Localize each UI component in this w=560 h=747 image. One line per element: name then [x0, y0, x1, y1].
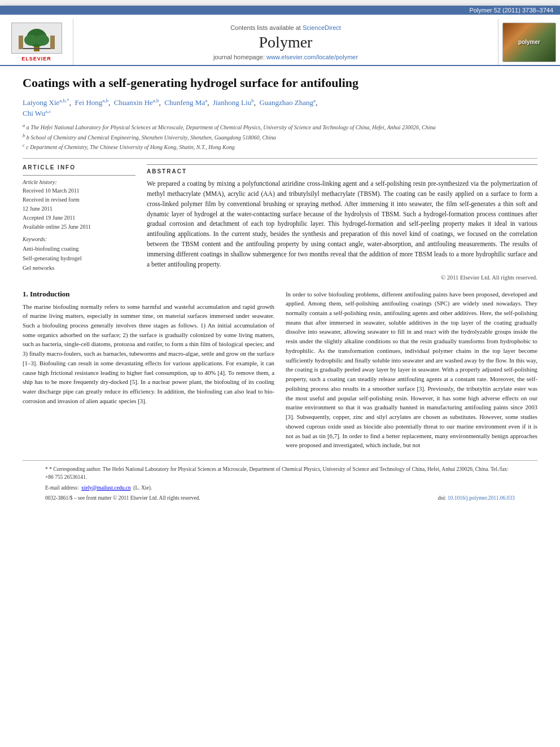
elsevier-brand-label: ELSEVIER — [21, 56, 51, 62]
contents-available-text: Contents lists available at — [230, 24, 303, 31]
author-he[interactable]: Chuanxin He — [114, 98, 153, 107]
homepage-prefix: journal homepage: — [213, 54, 266, 60]
author-hong[interactable]: Fei Hong — [75, 98, 103, 107]
email-link[interactable]: xiely@mailust.cedu.cn — [81, 485, 130, 491]
author-xie[interactable]: Laiyong Xie — [23, 98, 59, 107]
svg-rect-6 — [19, 36, 23, 49]
keyword-3: Gel networks — [23, 264, 135, 273]
footnote-email-line: E-mail address: xiely@mailust.cedu.cn (L… — [45, 484, 515, 492]
footer-bottom: 0032-3861/$ – see front matter © 2011 El… — [45, 495, 515, 501]
elsevier-tree-image — [11, 23, 62, 54]
copyright-line: © 2011 Elsevier Ltd. All rights reserved… — [147, 274, 537, 281]
body-right-col: In order to solve biofouling problems, d… — [286, 290, 537, 455]
info-abstract-section: ARTICLE INFO Article history: Received 1… — [23, 164, 537, 280]
cover-label: polymer — [518, 39, 540, 45]
svg-rect-7 — [50, 36, 55, 49]
keyword-1: Anti-biofouling coating — [23, 244, 135, 254]
intro-para1: The marine biofouling normally refers to… — [23, 302, 274, 406]
sciencedirect-link[interactable]: ScienceDirect — [303, 24, 341, 31]
doi-link[interactable]: 10.1016/j.polymer.2011.06.033 — [448, 495, 515, 501]
abstract-label: ABSTRACT — [147, 168, 537, 174]
keyword-2: Self-generating hydrogel — [23, 254, 135, 264]
footer-doi: doi: 10.1016/j.polymer.2011.06.033 — [438, 495, 515, 501]
email-suffix: (L. Xie). — [133, 485, 152, 491]
affiliation-a: a a The Hefei National Laboratory for Ph… — [23, 123, 537, 132]
intro-heading-text: Introduction — [30, 290, 70, 298]
author-wu[interactable]: Chi Wu — [23, 110, 45, 118]
footer-issn: 0032-3861/$ – see front matter © 2011 El… — [45, 495, 200, 501]
article-title: Coatings with a self-generating hydrogel… — [23, 75, 537, 91]
affiliations-block: a a The Hefei National Laboratory for Ph… — [23, 123, 537, 151]
intro-para2: In order to solve biofouling problems, d… — [286, 290, 537, 450]
article-info-label: ARTICLE INFO — [23, 164, 135, 171]
svg-rect-5 — [20, 48, 54, 49]
article-dates: Received 10 March 2011 Received in revis… — [23, 186, 135, 231]
polymer-cover-image: polymer — [498, 19, 560, 65]
footnote-text-content: * Corresponding author. The Hefei Nation… — [45, 466, 509, 480]
intro-heading: 1. Introduction — [23, 290, 274, 299]
journal-citation: Polymer 52 (2011) 3738–3744 — [469, 7, 553, 14]
authors-line: Laiyong Xiea,b,*, Fei Honga,b, Chuanxin … — [23, 97, 537, 120]
author-liu[interactable]: Jianhong Liu — [213, 98, 251, 107]
journal-center-header: Contents lists available at ScienceDirec… — [73, 19, 498, 65]
affiliation-b: b b School of Chemistry and Chemical Eng… — [23, 133, 537, 142]
received-date: Received 10 March 2011 — [23, 186, 135, 195]
homepage-link[interactable]: www.elsevier.com/locate/polymer — [266, 54, 358, 60]
doi-label: doi: — [438, 495, 447, 501]
article-history-block: Article history: Received 10 March 2011 … — [23, 175, 135, 231]
author-ma[interactable]: Chunfeng Ma — [164, 98, 205, 107]
page-footer: * * Corresponding author. The Hefei Nati… — [23, 460, 537, 505]
accepted-date: Accepted 19 June 2011 — [23, 213, 135, 222]
email-label: E-mail address: — [45, 485, 78, 491]
body-columns: 1. Introduction The marine biofouling no… — [23, 290, 537, 455]
keywords-label: Keywords: — [23, 236, 135, 242]
abstract-section: ABSTRACT We prepared a coating by mixing… — [147, 164, 537, 280]
sciencedirect-line: Contents lists available at ScienceDirec… — [230, 24, 341, 31]
article-history-label: Article history: — [23, 179, 135, 185]
cover-thumbnail: polymer — [502, 23, 556, 62]
received-revised-label: Received in revised form — [23, 195, 135, 204]
abstract-text: We prepared a coating by mixing a polyfu… — [147, 179, 537, 269]
footnote-corresponding: * * Corresponding author. The Hefei Nati… — [45, 465, 515, 482]
abstract-col: ABSTRACT We prepared a coating by mixing… — [147, 164, 537, 280]
revised-date: 12 June 2011 — [23, 204, 135, 213]
article-info-col: ARTICLE INFO Article history: Received 1… — [23, 164, 135, 280]
elsevier-logo-block: ELSEVIER — [0, 19, 73, 65]
journal-banner: Polymer 52 (2011) 3738–3744 — [0, 6, 560, 15]
body-left-col: 1. Introduction The marine biofouling no… — [23, 290, 274, 455]
author-zhang[interactable]: Guangzhao Zhang — [259, 98, 313, 107]
keywords-block: Keywords: Anti-biofouling coating Self-g… — [23, 236, 135, 273]
article-body: Coatings with a self-generating hydrogel… — [0, 66, 560, 514]
journal-header: ELSEVIER Contents lists available at Sci… — [0, 15, 560, 66]
affiliation-c: c c Department of Chemistry, The Chinese… — [23, 142, 537, 151]
homepage-line: journal homepage: www.elsevier.com/locat… — [213, 54, 358, 60]
available-online: Available online 25 June 2011 — [23, 222, 135, 231]
page: Polymer 52 (2011) 3738–3744 — [0, 6, 560, 747]
svg-point-4 — [36, 34, 49, 46]
journal-name: Polymer — [259, 33, 313, 51]
intro-heading-num: 1. — [23, 290, 28, 298]
header-divider — [23, 158, 537, 159]
